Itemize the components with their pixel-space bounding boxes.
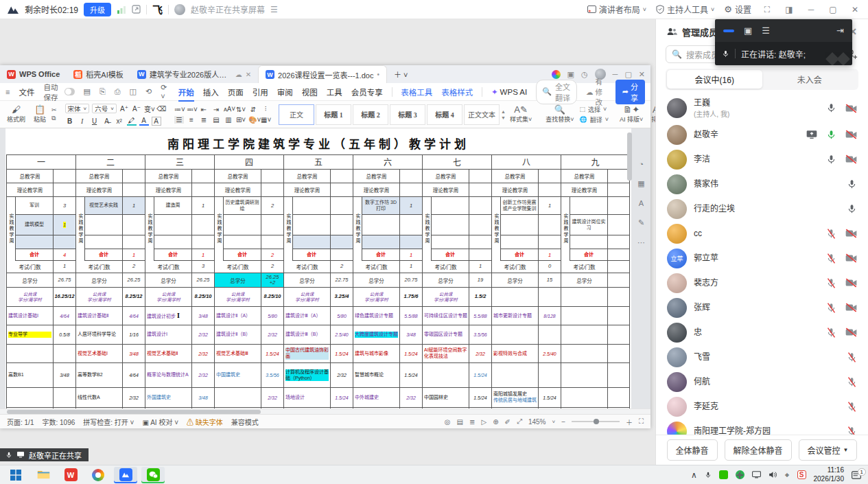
mic-muted-icon[interactable]: [826, 327, 836, 338]
sum-value-cell[interactable]: [608, 249, 629, 260]
minimize-button[interactable]: ─: [805, 5, 817, 14]
credits-label-cell[interactable]: 总学分: [423, 273, 469, 287]
member-row[interactable]: 何航: [656, 369, 868, 394]
course-value-cell[interactable]: [608, 388, 629, 407]
course-name-cell[interactable]: 专业导学: [7, 325, 54, 344]
course-name-cell[interactable]: 高数B1: [7, 363, 54, 387]
practice-value-cell[interactable]: [192, 215, 214, 235]
course-name-cell[interactable]: 中外城建史: [353, 388, 400, 407]
table-value-cell[interactable]: [608, 170, 629, 183]
course-name-cell[interactable]: 外国建筑史: [145, 388, 192, 407]
practice-name-cell[interactable]: [293, 235, 331, 249]
wps-minimize-icon[interactable]: ─: [613, 70, 618, 78]
course-name-cell[interactable]: 视觉艺术基础Ⅰ: [76, 345, 123, 362]
course-value-cell[interactable]: [608, 363, 629, 387]
course-value-cell[interactable]: [608, 345, 629, 362]
sharing-more-icon[interactable]: ☰: [270, 5, 278, 14]
table-label-cell[interactable]: 理论教学周: [561, 183, 608, 196]
sum-value-cell[interactable]: 1: [539, 249, 561, 260]
course-value-cell[interactable]: 8/128: [539, 307, 561, 325]
practice-value-cell[interactable]: 3: [54, 197, 75, 214]
course-value-cell[interactable]: [54, 345, 75, 362]
style-heading2[interactable]: 标题 2: [353, 104, 388, 125]
semester-header-cell[interactable]: 七: [423, 154, 491, 170]
member-row[interactable]: 忠: [656, 320, 868, 345]
course-value-cell[interactable]: 3/48: [400, 325, 422, 344]
practice-name-cell[interactable]: [501, 215, 539, 235]
semester-header-cell[interactable]: 八: [492, 154, 561, 170]
credits-label-cell[interactable]: 总学分: [76, 273, 123, 287]
collapse-panel-icon[interactable]: ⇥: [836, 25, 844, 36]
practice-value-cell[interactable]: 1: [192, 197, 214, 214]
camera-off-icon[interactable]: [845, 229, 857, 238]
sum-label-cell[interactable]: 合计: [16, 249, 54, 260]
mic-muted-icon[interactable]: [847, 352, 857, 362]
copy-icon[interactable]: ⧉: [51, 115, 57, 122]
course-name-cell[interactable]: 智慧城市概论: [353, 363, 400, 387]
highlight-color-button[interactable]: 🖍: [127, 117, 137, 126]
practice-value-cell[interactable]: [331, 215, 353, 235]
practice-value-cell[interactable]: [331, 235, 353, 249]
tray-volume-icon[interactable]: [769, 471, 777, 479]
table-label-cell[interactable]: 总教学周: [145, 170, 192, 183]
sum-label-cell[interactable]: 合计: [85, 249, 123, 260]
char-border-button[interactable]: A: [152, 117, 161, 126]
course-value-cell[interactable]: 2.5/40: [331, 325, 353, 344]
course-value-cell[interactable]: 3/48: [192, 388, 214, 407]
credits-value-cell[interactable]: 15: [539, 273, 561, 287]
public-course-label-cell[interactable]: 公共课学分/周学时: [284, 288, 331, 306]
edit-icon[interactable]: ✎: [638, 218, 644, 227]
start-button[interactable]: [4, 467, 27, 483]
practice-name-cell[interactable]: [432, 235, 469, 249]
align-right-button[interactable]: ≣: [199, 116, 209, 124]
camera-off-icon[interactable]: [845, 104, 857, 113]
course-value-cell[interactable]: [539, 325, 561, 344]
table-label-cell[interactable]: 总教学周: [492, 170, 539, 183]
course-name-cell[interactable]: 建筑设计Ⅰ: [145, 325, 192, 344]
format-painter-button[interactable]: 🖌格式刷: [4, 105, 28, 124]
table-value-cell[interactable]: [331, 183, 353, 196]
document-page[interactable]: 南阳理工学院建筑学专业（五年制）教学计划 一 总教学周 理论教学周 实践教学周 …: [5, 128, 631, 408]
course-name-cell[interactable]: AI赋能环境空间数字化表现技法: [423, 345, 469, 362]
practice-name-cell[interactable]: [570, 197, 608, 214]
course-value-cell[interactable]: 1.5/24: [331, 345, 353, 362]
member-row[interactable]: 南阳理工学院-郑方园: [656, 419, 868, 435]
practice-name-cell[interactable]: [501, 235, 539, 249]
practice-value-cell[interactable]: [123, 215, 145, 235]
sum-label-cell[interactable]: 合计: [154, 249, 192, 260]
course-name-cell[interactable]: [561, 388, 608, 407]
menu-view[interactable]: 视图: [302, 87, 318, 97]
cut-icon[interactable]: ✂: [51, 106, 57, 113]
table-label-cell[interactable]: 理论教学周: [284, 183, 331, 196]
web-view-icon[interactable]: ⊕: [493, 418, 498, 426]
maximize-button[interactable]: ▢: [827, 5, 839, 14]
course-name-cell[interactable]: 建筑设计Ⅱ（B）: [215, 325, 261, 344]
public-course-value-cell[interactable]: [539, 288, 561, 306]
practice-value-cell[interactable]: [123, 235, 145, 249]
sum-value-cell[interactable]: [469, 249, 491, 260]
course-name-cell[interactable]: 建筑设计Ⅱ（A）: [215, 307, 261, 325]
course-name-cell[interactable]: 概率论与数理统计A: [145, 363, 192, 387]
list-mode-icon[interactable]: ☰: [762, 25, 770, 36]
style-set-button[interactable]: A✎样式集˅: [507, 105, 535, 124]
align-center-button[interactable]: ≡: [187, 116, 196, 124]
exam-value-cell[interactable]: [608, 261, 629, 273]
font-color-button[interactable]: A: [139, 117, 149, 126]
course-value-cell[interactable]: 0.5/8: [54, 325, 75, 344]
table-value-cell[interactable]: [608, 183, 629, 196]
taskbar-clock[interactable]: 11:162026/1/30: [814, 466, 845, 483]
practice-value-cell[interactable]: [54, 235, 75, 249]
style-body[interactable]: 正文: [279, 104, 314, 125]
practice-name-cell[interactable]: [16, 235, 54, 249]
mic-icon[interactable]: [847, 204, 857, 214]
course-value-cell[interactable]: 1.5/24: [539, 388, 561, 407]
practice-value-cell[interactable]: [469, 197, 491, 214]
credits-label-cell[interactable]: 总学分: [7, 273, 54, 287]
tray-remote-icon[interactable]: ⌖: [785, 470, 790, 480]
menu-file[interactable]: 文件: [19, 87, 34, 97]
wps-close-icon[interactable]: ✕: [639, 70, 645, 79]
find-replace-button[interactable]: 🔍查找替换˅: [543, 105, 576, 124]
mic-muted-icon[interactable]: [826, 278, 836, 288]
table-label-cell[interactable]: 理论教学周: [7, 183, 54, 196]
menu-member[interactable]: 会员专享: [351, 87, 383, 97]
